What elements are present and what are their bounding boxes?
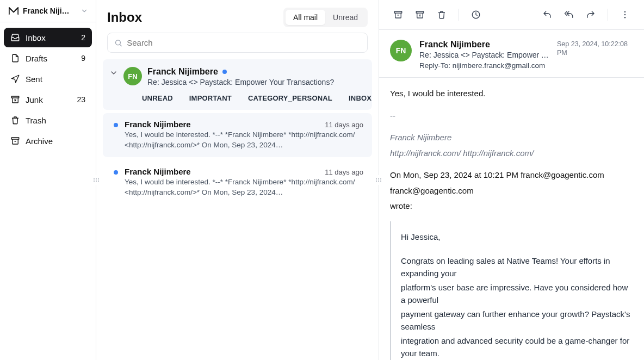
quote-text: Congrats on leading sales at Native Team… [401,255,633,280]
message-list-item[interactable]: Franck Nijimbere 11 days ago Yes, I woul… [103,113,372,157]
search-field[interactable] [107,33,368,53]
sidebar: Franck Nijim… Inbox 2 Drafts 9 Sent Junk… [0,0,96,360]
body-text: Yes, I would be interested. [390,88,633,100]
chevron-down-icon[interactable] [109,69,118,77]
filter-tabs: All mail Unread [283,8,368,27]
splitter-right[interactable] [375,175,382,185]
sidebar-item-label: Trash [26,116,80,125]
quoted-message: Hi Jessica, Congrats on leading sales at… [390,221,633,361]
tab-unread[interactable]: Unread [325,10,366,25]
app-logo-icon [9,7,18,15]
sidebar-item-inbox[interactable]: Inbox 2 [4,28,92,47]
forward-icon [586,10,596,20]
quote-intro: wrote: [390,200,633,213]
avatar: FN [123,67,142,85]
page-title: Inbox [107,10,142,25]
tag-important: IMPORTANT [189,94,232,102]
account-name: Franck Nijim… [23,7,76,15]
sender-name: Franck Nijimbere [419,40,549,49]
svg-point-2 [624,11,626,13]
sidebar-item-junk[interactable]: Junk 23 [4,90,92,109]
email-subject: Re: Jessica <> Paystack: Empower Your… [419,51,549,59]
signature-links: http://nijfranck.com/ http://nijfranck.c… [390,147,633,160]
sidebar-item-label: Archive [26,136,80,146]
quote-text: platform's user base are impressive. Hav… [401,282,633,306]
unread-dot-icon [114,123,118,127]
unread-dot-icon [222,70,227,74]
toolbar-divider [459,9,459,21]
trash-icon [10,115,20,125]
sidebar-item-trash[interactable]: Trash [4,110,92,130]
file-icon [10,53,20,63]
message-snippet: Yes, I would be interested. *--* *Franck… [125,177,363,198]
inbox-icon [10,33,20,42]
message-from: Franck Nijimbere [125,120,191,129]
thread-subject: Re: Jessica <> Paystack: Empower Your Tr… [147,78,363,86]
quote-text: payment gateway can further enhance your… [401,308,633,333]
unread-dot-icon [114,170,118,175]
account-switcher[interactable]: Franck Nijim… [0,0,96,22]
search-input[interactable] [127,38,361,47]
thread-tags: UNREAD IMPORTANT CATEGORY_PERSONAL INBOX [109,94,363,102]
trash-icon [437,10,447,20]
message-header: FN Franck Nijimbere Re: Jessica <> Payst… [379,30,644,70]
tag-category: CATEGORY_PERSONAL [248,94,332,102]
tag-inbox: INBOX [349,94,371,102]
clock-icon [471,10,481,20]
svg-point-0 [116,40,121,45]
message-list-item[interactable]: Franck Nijimbere 11 days ago Yes, I woul… [103,160,372,204]
reply-icon [542,10,552,20]
svg-point-3 [624,14,626,15]
reply-button[interactable] [538,5,556,24]
thread-from: Franck Nijimbere [147,67,218,77]
splitter-left[interactable] [93,175,100,185]
message-time: 11 days ago [325,168,363,176]
signature-separator: -- [390,110,633,122]
sidebar-item-label: Junk [26,95,71,104]
reply-all-button[interactable] [560,5,578,24]
search-icon [114,39,122,47]
sidebar-item-count: 9 [81,54,85,63]
tag-unread: UNREAD [142,94,173,102]
message-toolbar [379,0,644,30]
signature-name: Franck Nijimbere [390,132,633,144]
delete-button[interactable] [432,5,451,24]
conversation-list: FN Franck Nijimbere Re: Jessica <> Payst… [96,59,379,204]
sidebar-item-label: Sent [26,75,80,84]
thread-header-card[interactable]: FN Franck Nijimbere Re: Jessica <> Payst… [103,59,372,110]
sidebar-item-sent[interactable]: Sent [4,69,92,89]
message-list-pane: Inbox All mail Unread FN Franck Nijimber… [96,0,379,360]
reply-all-icon [564,10,574,20]
folder-list: Inbox 2 Drafts 9 Sent Junk 23 Trash Arch… [0,22,96,156]
sidebar-item-label: Inbox [26,33,76,42]
message-from: Franck Nijimbere [125,167,191,176]
forward-button[interactable] [581,5,600,24]
quote-intro: On Mon, Sep 23, 2024 at 10:21 PM franck@… [390,169,633,182]
archive-x-icon [415,10,425,20]
reading-pane: FN Franck Nijimbere Re: Jessica <> Payst… [379,0,644,360]
tab-all-mail[interactable]: All mail [286,10,325,25]
archive-button[interactable] [389,5,407,24]
sidebar-item-count: 2 [81,33,85,42]
timestamp: Sep 23, 2024, 10:22:08 PM [557,40,633,58]
message-snippet: Yes, I would be interested. *--* *Franck… [125,130,363,151]
more-vertical-icon [620,10,630,20]
reply-to: Reply-To: nijimbere.franck@gmail.com [419,61,549,70]
chevron-down-icon [81,7,88,15]
sidebar-item-archive[interactable]: Archive [4,131,92,151]
toolbar-divider [608,9,608,21]
quote-text: integration and advanced security could … [401,335,633,359]
sidebar-item-count: 23 [77,95,85,104]
avatar: FN [390,40,412,61]
sidebar-item-drafts[interactable]: Drafts 9 [4,48,92,68]
archive-icon [393,10,403,20]
quote-intro: franck@goagentic.com [390,185,633,197]
svg-point-4 [624,17,626,18]
list-header: Inbox All mail Unread [96,0,379,33]
quote-greeting: Hi Jessica, [401,231,633,244]
message-time: 11 days ago [325,121,363,129]
more-button[interactable] [616,5,634,24]
snooze-button[interactable] [467,5,485,24]
sidebar-item-label: Drafts [26,54,76,63]
junk-button[interactable] [411,5,429,24]
